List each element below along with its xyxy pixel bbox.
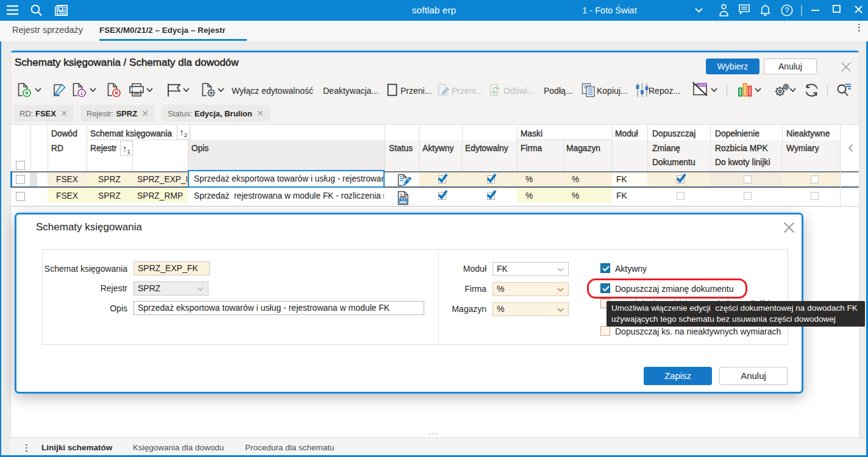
svg-text:?: ? — [785, 6, 789, 15]
